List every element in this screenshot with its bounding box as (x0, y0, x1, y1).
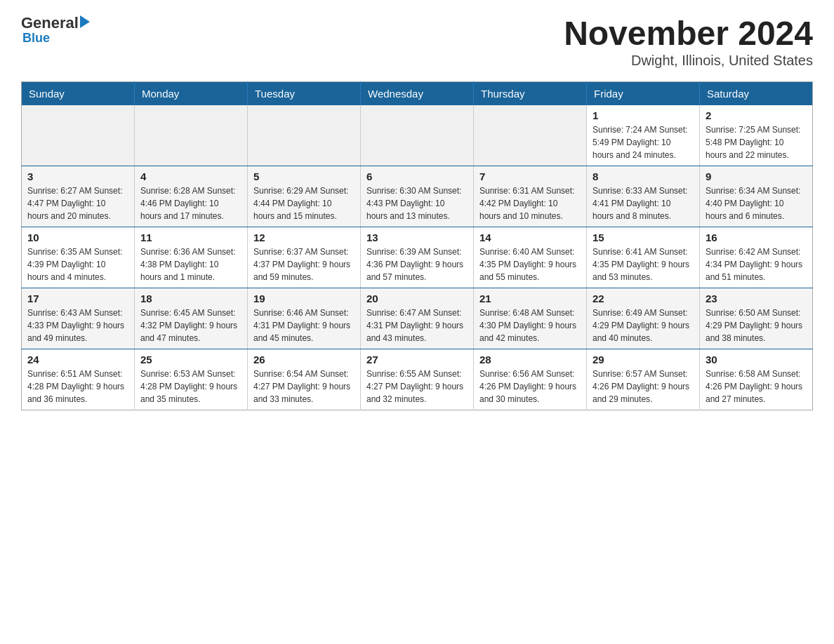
day-number: 26 (253, 354, 355, 365)
calendar-week-row: 1Sunrise: 7:24 AM Sunset: 5:49 PM Daylig… (22, 105, 813, 166)
day-number: 19 (253, 293, 355, 304)
calendar-cell: 25Sunrise: 6:53 AM Sunset: 4:28 PM Dayli… (135, 349, 248, 410)
day-number: 25 (140, 354, 241, 365)
day-info: Sunrise: 6:36 AM Sunset: 4:38 PM Dayligh… (140, 246, 241, 283)
calendar-cell: 26Sunrise: 6:54 AM Sunset: 4:27 PM Dayli… (248, 349, 361, 410)
logo-general: General (21, 14, 79, 32)
calendar-day-header: Wednesday (361, 82, 474, 106)
day-info: Sunrise: 6:50 AM Sunset: 4:29 PM Dayligh… (706, 307, 807, 344)
day-number: 11 (140, 232, 241, 243)
calendar-cell: 11Sunrise: 6:36 AM Sunset: 4:38 PM Dayli… (135, 227, 248, 288)
calendar-cell: 22Sunrise: 6:49 AM Sunset: 4:29 PM Dayli… (587, 288, 700, 349)
day-info: Sunrise: 6:49 AM Sunset: 4:29 PM Dayligh… (593, 307, 694, 344)
calendar-cell: 5Sunrise: 6:29 AM Sunset: 4:44 PM Daylig… (248, 166, 361, 227)
calendar-cell: 7Sunrise: 6:31 AM Sunset: 4:42 PM Daylig… (474, 166, 587, 227)
day-number: 27 (366, 354, 468, 365)
day-number: 7 (479, 170, 581, 182)
calendar-week-row: 10Sunrise: 6:35 AM Sunset: 4:39 PM Dayli… (22, 227, 813, 288)
calendar-cell: 9Sunrise: 6:34 AM Sunset: 4:40 PM Daylig… (700, 166, 813, 227)
day-number: 22 (593, 293, 694, 304)
day-info: Sunrise: 6:53 AM Sunset: 4:28 PM Dayligh… (140, 368, 241, 405)
calendar-title: November 2024 (564, 14, 813, 53)
calendar-cell: 19Sunrise: 6:46 AM Sunset: 4:31 PM Dayli… (248, 288, 361, 349)
calendar-header-row: SundayMondayTuesdayWednesdayThursdayFrid… (22, 82, 813, 106)
calendar-subtitle: Dwight, Illinois, United States (564, 53, 813, 69)
day-info: Sunrise: 6:56 AM Sunset: 4:26 PM Dayligh… (479, 368, 581, 405)
calendar-cell: 23Sunrise: 6:50 AM Sunset: 4:29 PM Dayli… (700, 288, 813, 349)
calendar-cell: 10Sunrise: 6:35 AM Sunset: 4:39 PM Dayli… (22, 227, 135, 288)
calendar-cell: 27Sunrise: 6:55 AM Sunset: 4:27 PM Dayli… (361, 349, 474, 410)
day-info: Sunrise: 6:34 AM Sunset: 4:40 PM Dayligh… (706, 185, 807, 222)
calendar-cell: 2Sunrise: 7:25 AM Sunset: 5:48 PM Daylig… (700, 105, 813, 166)
calendar-cell: 12Sunrise: 6:37 AM Sunset: 4:37 PM Dayli… (248, 227, 361, 288)
day-info: Sunrise: 6:29 AM Sunset: 4:44 PM Dayligh… (253, 185, 355, 222)
day-number: 29 (593, 354, 694, 365)
day-number: 5 (253, 170, 355, 182)
day-number: 4 (140, 170, 241, 182)
day-info: Sunrise: 6:30 AM Sunset: 4:43 PM Dayligh… (366, 185, 468, 222)
day-info: Sunrise: 6:39 AM Sunset: 4:36 PM Dayligh… (366, 246, 468, 283)
day-number: 15 (593, 232, 694, 243)
logo-text: General (21, 14, 90, 32)
day-number: 18 (140, 293, 241, 304)
day-info: Sunrise: 6:40 AM Sunset: 4:35 PM Dayligh… (479, 246, 581, 283)
logo: General Blue (21, 14, 90, 46)
day-number: 8 (593, 170, 694, 182)
day-info: Sunrise: 6:55 AM Sunset: 4:27 PM Dayligh… (366, 368, 468, 405)
calendar-day-header: Friday (587, 82, 700, 106)
calendar-cell: 16Sunrise: 6:42 AM Sunset: 4:34 PM Dayli… (700, 227, 813, 288)
calendar-cell: 1Sunrise: 7:24 AM Sunset: 5:49 PM Daylig… (587, 105, 700, 166)
calendar-week-row: 24Sunrise: 6:51 AM Sunset: 4:28 PM Dayli… (22, 349, 813, 410)
calendar-day-header: Saturday (700, 82, 813, 106)
calendar-day-header: Monday (135, 82, 248, 106)
day-number: 10 (27, 232, 128, 243)
calendar-cell: 30Sunrise: 6:58 AM Sunset: 4:26 PM Dayli… (700, 349, 813, 410)
day-info: Sunrise: 7:24 AM Sunset: 5:49 PM Dayligh… (593, 123, 694, 161)
day-number: 28 (479, 354, 581, 365)
day-number: 30 (706, 354, 807, 365)
day-info: Sunrise: 7:25 AM Sunset: 5:48 PM Dayligh… (706, 123, 807, 161)
day-info: Sunrise: 6:33 AM Sunset: 4:41 PM Dayligh… (593, 185, 694, 222)
calendar-cell (248, 105, 361, 166)
logo-triangle-icon (80, 15, 90, 28)
day-info: Sunrise: 6:58 AM Sunset: 4:26 PM Dayligh… (706, 368, 807, 405)
day-info: Sunrise: 6:37 AM Sunset: 4:37 PM Dayligh… (253, 246, 355, 283)
day-number: 24 (27, 354, 128, 365)
calendar-cell: 29Sunrise: 6:57 AM Sunset: 4:26 PM Dayli… (587, 349, 700, 410)
day-info: Sunrise: 6:51 AM Sunset: 4:28 PM Dayligh… (27, 368, 128, 405)
day-number: 12 (253, 232, 355, 243)
calendar-cell: 28Sunrise: 6:56 AM Sunset: 4:26 PM Dayli… (474, 349, 587, 410)
calendar-week-row: 17Sunrise: 6:43 AM Sunset: 4:33 PM Dayli… (22, 288, 813, 349)
day-number: 9 (706, 170, 807, 182)
day-info: Sunrise: 6:28 AM Sunset: 4:46 PM Dayligh… (140, 185, 241, 222)
day-info: Sunrise: 6:41 AM Sunset: 4:35 PM Dayligh… (593, 246, 694, 283)
day-number: 16 (706, 232, 807, 243)
page-header: General Blue November 2024 Dwight, Illin… (21, 14, 813, 69)
calendar-cell (474, 105, 587, 166)
calendar-cell: 8Sunrise: 6:33 AM Sunset: 4:41 PM Daylig… (587, 166, 700, 227)
day-info: Sunrise: 6:43 AM Sunset: 4:33 PM Dayligh… (27, 307, 128, 344)
day-info: Sunrise: 6:57 AM Sunset: 4:26 PM Dayligh… (593, 368, 694, 405)
day-info: Sunrise: 6:48 AM Sunset: 4:30 PM Dayligh… (479, 307, 581, 344)
day-info: Sunrise: 6:27 AM Sunset: 4:47 PM Dayligh… (27, 185, 128, 222)
calendar-table: SundayMondayTuesdayWednesdayThursdayFrid… (21, 81, 813, 410)
calendar-cell: 20Sunrise: 6:47 AM Sunset: 4:31 PM Dayli… (361, 288, 474, 349)
calendar-cell (135, 105, 248, 166)
calendar-cell: 3Sunrise: 6:27 AM Sunset: 4:47 PM Daylig… (22, 166, 135, 227)
calendar-cell: 14Sunrise: 6:40 AM Sunset: 4:35 PM Dayli… (474, 227, 587, 288)
calendar-cell: 6Sunrise: 6:30 AM Sunset: 4:43 PM Daylig… (361, 166, 474, 227)
day-info: Sunrise: 6:46 AM Sunset: 4:31 PM Dayligh… (253, 307, 355, 344)
calendar-cell: 4Sunrise: 6:28 AM Sunset: 4:46 PM Daylig… (135, 166, 248, 227)
day-info: Sunrise: 6:31 AM Sunset: 4:42 PM Dayligh… (479, 185, 581, 222)
day-number: 6 (366, 170, 468, 182)
day-number: 1 (593, 109, 694, 121)
calendar-cell (22, 105, 135, 166)
calendar-day-header: Thursday (474, 82, 587, 106)
day-info: Sunrise: 6:42 AM Sunset: 4:34 PM Dayligh… (706, 246, 807, 283)
calendar-cell: 15Sunrise: 6:41 AM Sunset: 4:35 PM Dayli… (587, 227, 700, 288)
calendar-cell: 18Sunrise: 6:45 AM Sunset: 4:32 PM Dayli… (135, 288, 248, 349)
day-number: 17 (27, 293, 128, 304)
calendar-cell: 21Sunrise: 6:48 AM Sunset: 4:30 PM Dayli… (474, 288, 587, 349)
day-number: 14 (479, 232, 581, 243)
calendar-cell: 13Sunrise: 6:39 AM Sunset: 4:36 PM Dayli… (361, 227, 474, 288)
